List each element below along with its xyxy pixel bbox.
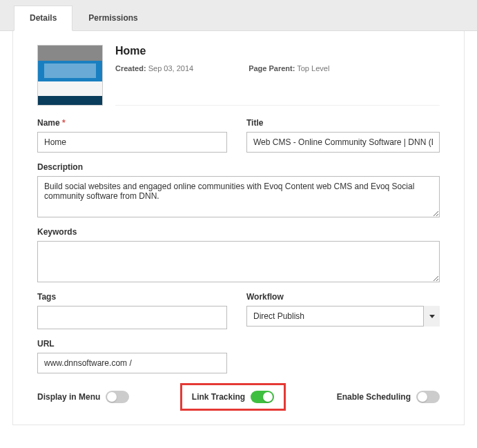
header-info: Home Created: Sep 03, 2014 Page Parent: … [115,45,440,106]
description-group: Description Build social websites and en… [37,162,440,217]
parent-value: Top Level [297,64,329,72]
title-label: Title [246,118,440,128]
parent-meta: Page Parent: Top Level [249,64,329,72]
workflow-label: Workflow [246,292,440,302]
created-value: Sep 03, 2014 [148,64,193,72]
page-title: Home [115,45,440,57]
workflow-select[interactable]: Direct Publish [246,306,440,327]
tab-bar: Details Permissions [0,0,477,31]
title-input[interactable] [246,132,440,153]
display-in-menu-label: Display in Menu [37,392,100,402]
display-in-menu-toggle[interactable] [106,391,129,403]
created-meta: Created: Sep 03, 2014 [115,64,193,72]
name-label: Name * [37,118,227,128]
keywords-textarea[interactable] [37,241,440,282]
keywords-group: Keywords [37,227,440,282]
header-row: Home Created: Sep 03, 2014 Page Parent: … [37,45,440,106]
enable-scheduling-toggle[interactable] [416,391,440,403]
toggle-row: Display in Menu Link Tracking Enable Sch… [37,383,440,411]
keywords-label: Keywords [37,227,440,237]
url-label: URL [37,339,227,349]
tab-permissions[interactable]: Permissions [72,6,153,30]
description-textarea[interactable]: Build social websites and engaged online… [37,176,440,217]
page-editor: Details Permissions Home Created: Sep 03… [0,0,477,425]
link-tracking-group: Link Tracking [192,391,274,403]
url-group: URL [37,339,227,373]
page-thumbnail [37,45,103,106]
tags-input[interactable] [37,306,227,329]
enable-scheduling-label: Enable Scheduling [337,392,411,402]
tags-label: Tags [37,292,227,302]
name-group: Name * [37,118,227,153]
workflow-group: Workflow Direct Publish [246,292,440,329]
link-tracking-highlight: Link Tracking [180,383,286,411]
link-tracking-label: Link Tracking [192,392,245,402]
content-panel: Home Created: Sep 03, 2014 Page Parent: … [12,31,465,425]
created-label: Created: [115,64,146,72]
enable-scheduling-group: Enable Scheduling [337,391,440,403]
description-label: Description [37,162,440,172]
link-tracking-toggle[interactable] [251,391,274,403]
name-input[interactable] [37,132,227,153]
title-group: Title [246,118,440,153]
parent-label: Page Parent: [249,64,295,72]
tab-details[interactable]: Details [14,6,72,31]
meta-row: Created: Sep 03, 2014 Page Parent: Top L… [115,64,440,72]
tags-group: Tags [37,292,227,329]
url-input[interactable] [37,353,227,373]
display-in-menu-group: Display in Menu [37,391,129,403]
